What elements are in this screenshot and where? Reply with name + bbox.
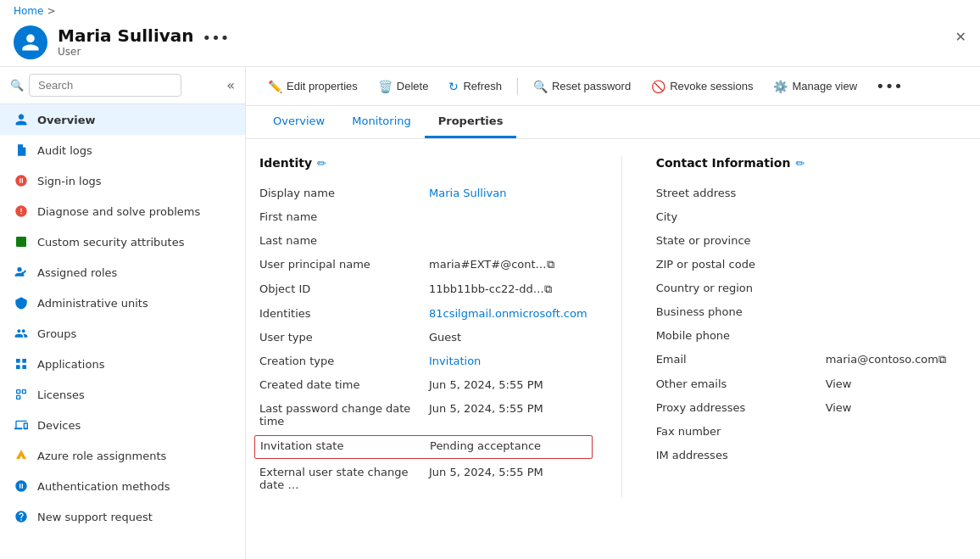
toolbar: ✏️ Edit properties 🗑️ Delete ↻ Refresh 🔍… [246,67,980,106]
property-row: User principal name maria#EXT#@cont…⧉ [259,253,587,277]
admin-icon [14,295,29,310]
view-link[interactable]: View [826,401,852,414]
svg-rect-5 [22,365,26,369]
sidebar-item-devices[interactable]: Devices [0,410,245,440]
properties-body: Identity ✏ Display name Maria Sullivan F… [246,139,980,514]
sidebar-item-new-support[interactable]: New support request [0,501,245,532]
person-icon [14,112,29,127]
tab-overview[interactable]: Overview [259,106,338,138]
groups-icon [14,326,29,341]
reset-password-button[interactable]: 🔍 Reset password [525,75,639,98]
sidebar-item-audit-logs[interactable]: Audit logs [0,135,245,165]
refresh-icon: ↻ [448,80,459,93]
prop-label: Business phone [656,305,826,318]
property-row: Email maria@contoso.com⧉ [656,348,966,372]
identity-section: Identity ✏ Display name Maria Sullivan F… [259,156,587,497]
roles-icon [14,265,29,280]
prop-label: Proxy addresses [656,401,826,414]
revoke-sessions-button[interactable]: 🚫 Revoke sessions [643,75,761,98]
copy-icon[interactable]: ⧉ [938,353,946,366]
sidebar-item-groups[interactable]: Groups [0,318,245,349]
delete-button[interactable]: 🗑️ Delete [370,75,437,98]
property-row: ZIP or postal code [656,253,966,277]
sidebar-item-label: Azure role assignments [37,450,166,462]
property-row: Creation type Invitation [259,349,587,373]
copy-icon[interactable]: ⧉ [544,282,552,296]
sidebar-item-applications[interactable]: Applications [0,349,245,379]
property-row: Last password change date time Jun 5, 20… [259,397,587,433]
revoke-icon: 🚫 [651,80,665,93]
contact-title-text: Contact Information [656,156,791,170]
reset-label: Reset password [552,80,631,92]
prop-value-link[interactable]: Invitation [429,355,481,367]
reset-icon: 🔍 [533,80,548,93]
tabs: OverviewMonitoringProperties [246,106,980,139]
prop-label: Created date time [259,378,429,391]
sidebar-item-azure-roles[interactable]: Azure role assignments [0,440,245,471]
prop-label: Country or region [656,282,826,294]
support-icon [14,509,29,524]
property-row: First name [259,205,587,229]
prop-value: maria@contoso.com [826,353,938,366]
prop-label: IM addresses [656,449,826,461]
property-row: Other emails View [656,372,966,396]
avatar [14,25,47,59]
user-avatar-icon [20,32,41,53]
property-row: User type Guest [259,326,587,349]
prop-label: External user state change date … [259,466,429,491]
contact-section: Contact Information ✏ Street address Cit… [656,156,966,497]
prop-label: Email [656,353,826,366]
manage-view-button[interactable]: ⚙️ Manage view [765,75,866,98]
svg-point-1 [17,267,21,271]
prop-value-link[interactable]: 81csilgmail.onmicrosoft.com [429,307,587,320]
toolbar-more-button[interactable]: ••• [869,74,910,98]
sidebar-item-assigned-roles[interactable]: Assigned roles [0,257,245,288]
sidebar-item-licenses[interactable]: Licenses [0,379,245,410]
prop-label: Object ID [259,282,429,295]
prop-label: Identities [259,307,429,320]
prop-label: User type [259,331,429,344]
sidebar-item-custom-security[interactable]: Custom security attributes [0,226,245,257]
view-link[interactable]: View [826,377,852,390]
header-more-button[interactable]: ••• [203,29,230,47]
search-input[interactable] [29,74,181,97]
prop-label: Invitation state [260,439,430,452]
delete-icon: 🗑️ [378,80,393,93]
doc-icon [14,143,29,158]
svg-rect-0 [16,237,26,247]
property-row: Created date time Jun 5, 2024, 5:55 PM [259,373,587,397]
property-row: External user state change date … Jun 5,… [259,461,587,497]
breadcrumb-home[interactable]: Home [14,5,43,17]
sidebar-item-overview[interactable]: Overview [0,104,245,135]
property-row: Business phone [656,300,966,324]
sidebar-item-admin-units[interactable]: Administrative units [0,288,245,318]
copy-icon[interactable]: ⧉ [547,258,554,271]
sidebar-item-sign-in-logs[interactable]: Sign-in logs [0,165,245,196]
search-bar: 🔍 « [0,67,245,104]
property-row: Mobile phone [656,324,966,348]
auth-icon [14,478,29,494]
collapse-icon[interactable]: « [226,77,235,93]
revoke-label: Revoke sessions [670,80,753,92]
refresh-button[interactable]: ↻ Refresh [440,75,510,98]
prop-value-link[interactable]: Maria Sullivan [429,187,506,199]
page-title: Maria Sullivan [58,25,194,46]
prop-value: Jun 5, 2024, 5:55 PM [429,402,543,415]
sidebar-item-auth-methods[interactable]: Authentication methods [0,471,245,501]
edit-icon: ✏️ [268,80,282,93]
identity-edit-icon[interactable]: ✏ [317,157,326,170]
tab-properties[interactable]: Properties [425,106,517,138]
sidebar: 🔍 « Overview Audit logs Sign-in logs Dia… [0,67,246,559]
property-row: State or province [656,229,966,253]
identity-title-text: Identity [259,156,312,170]
tab-monitoring[interactable]: Monitoring [338,106,425,138]
edit-properties-button[interactable]: ✏️ Edit properties [259,75,366,98]
svg-rect-3 [22,359,26,363]
sidebar-item-label: Custom security attributes [37,236,184,249]
property-row: Identities 81csilgmail.onmicrosoft.com [259,302,587,326]
prop-label: Street address [656,187,826,199]
contact-edit-icon[interactable]: ✏ [795,157,805,170]
close-button[interactable]: ✕ [955,29,966,45]
sidebar-item-diagnose[interactable]: Diagnose and solve problems [0,196,245,226]
sidebar-item-label: Authentication methods [37,480,170,493]
